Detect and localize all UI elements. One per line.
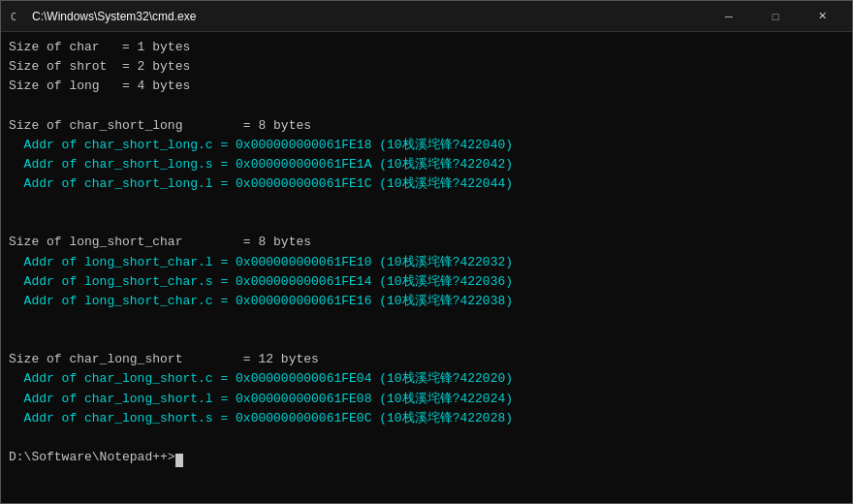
window-title: C:\Windows\System32\cmd.exe xyxy=(32,10,196,23)
terminal-line: Size of shrot = 2 bytes xyxy=(9,57,844,77)
terminal-line xyxy=(9,428,844,448)
addr-chinese: (10栈溪垞锋?422036) xyxy=(379,274,513,289)
addr-chinese: (10栈溪垞锋?422032) xyxy=(379,255,513,269)
title-bar: C C:\Windows\System32\cmd.exe ─ □ ✕ xyxy=(1,1,852,32)
terminal-line: Addr of char_long_short.s = 0x0000000000… xyxy=(9,409,844,428)
terminal-line xyxy=(9,213,844,233)
close-button[interactable]: ✕ xyxy=(800,1,844,32)
addr-text: Addr of char_long_short.s = 0x0000000000… xyxy=(9,411,379,425)
title-bar-controls: ─ □ ✕ xyxy=(707,1,844,32)
terminal-line xyxy=(9,194,844,213)
terminal-line xyxy=(9,331,844,350)
cmd-icon: C xyxy=(9,9,24,24)
terminal-line xyxy=(9,96,844,115)
addr-text: Addr of char_long_short.l = 0x0000000000… xyxy=(9,392,379,406)
terminal-line: Addr of char_long_short.l = 0x0000000000… xyxy=(9,390,844,409)
terminal-line: Size of long = 4 bytes xyxy=(9,77,844,96)
addr-text: Addr of char_short_long.c = 0x0000000000… xyxy=(9,138,379,152)
terminal-line: Addr of char_short_long.l = 0x0000000000… xyxy=(9,174,844,194)
addr-chinese: (10栈溪垞锋?422044) xyxy=(379,176,513,191)
terminal-line: Size of char_short_long = 8 bytes xyxy=(9,116,844,136)
addr-chinese: (10栈溪垞锋?422038) xyxy=(379,294,513,308)
addr-chinese: (10栈溪垞锋?422024) xyxy=(379,392,513,406)
terminal-line: Addr of char_short_long.s = 0x0000000000… xyxy=(9,155,844,174)
terminal-line: Size of char = 1 bytes xyxy=(9,38,844,57)
title-bar-left: C C:\Windows\System32\cmd.exe xyxy=(9,9,196,24)
terminal-line: Addr of long_short_char.s = 0x0000000000… xyxy=(9,272,844,292)
addr-chinese: (10栈溪垞锋?422020) xyxy=(379,371,513,386)
terminal-line: D:\Software\Notepad++> xyxy=(9,448,844,467)
terminal-line xyxy=(9,311,844,331)
addr-text: Addr of long_short_char.s = 0x0000000000… xyxy=(9,274,379,289)
terminal-line: Addr of long_short_char.c = 0x0000000000… xyxy=(9,292,844,311)
addr-text: Addr of long_short_char.c = 0x0000000000… xyxy=(9,294,379,308)
addr-text: Addr of char_short_long.l = 0x0000000000… xyxy=(9,176,379,191)
terminal-line: Addr of char_long_short.c = 0x0000000000… xyxy=(9,369,844,389)
terminal-line: Size of long_short_char = 8 bytes xyxy=(9,233,844,252)
svg-text:C: C xyxy=(11,12,16,22)
cmd-window: C C:\Windows\System32\cmd.exe ─ □ ✕ Size… xyxy=(0,0,853,504)
addr-text: Addr of long_short_char.l = 0x0000000000… xyxy=(9,255,379,269)
terminal-cursor xyxy=(175,454,183,467)
terminal-line: Addr of long_short_char.l = 0x0000000000… xyxy=(9,253,844,272)
terminal-line: Size of char_long_short = 12 bytes xyxy=(9,350,844,369)
addr-text: Addr of char_long_short.c = 0x0000000000… xyxy=(9,371,379,386)
addr-chinese: (10栈溪垞锋?422040) xyxy=(379,138,513,152)
minimize-button[interactable]: ─ xyxy=(707,1,751,32)
addr-chinese: (10栈溪垞锋?422042) xyxy=(379,157,513,172)
addr-text: Addr of char_short_long.s = 0x0000000000… xyxy=(9,157,379,172)
terminal-line: Addr of char_short_long.c = 0x0000000000… xyxy=(9,136,844,155)
maximize-button[interactable]: □ xyxy=(753,1,798,32)
terminal-body[interactable]: Size of char = 1 bytesSize of shrot = 2 … xyxy=(1,32,852,503)
addr-chinese: (10栈溪垞锋?422028) xyxy=(379,411,513,425)
